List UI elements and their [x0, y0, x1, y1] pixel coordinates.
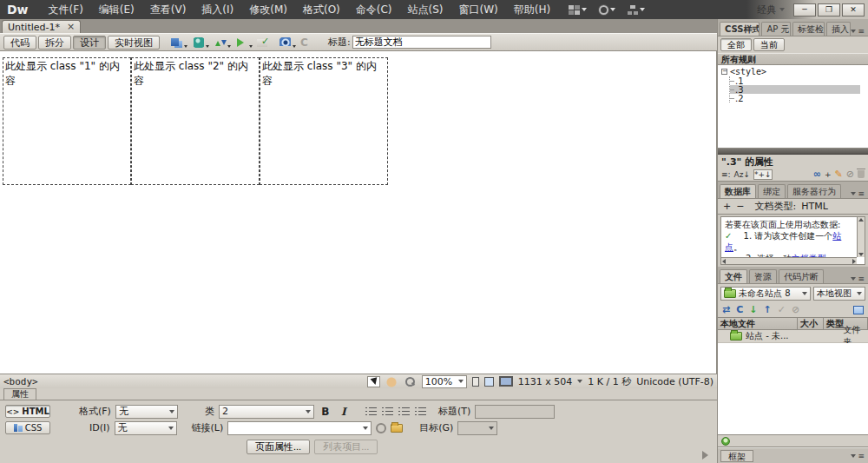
- tab-snippets[interactable]: 代码片断: [779, 269, 824, 283]
- menu-insert[interactable]: 插入(I): [194, 1, 241, 19]
- sort-properties-icon[interactable]: Az↓: [734, 170, 750, 179]
- site-dropdown[interactable]: 未命名站点 8: [720, 287, 811, 301]
- menu-format[interactable]: 格式(O): [295, 1, 348, 19]
- attach-stylesheet-icon[interactable]: ∞: [813, 169, 821, 180]
- show-set-properties-icon[interactable]: *+↓: [753, 169, 773, 180]
- tab-frames[interactable]: 框架: [720, 450, 753, 462]
- tree-collapse-icon[interactable]: −: [721, 69, 727, 75]
- preview-in-browser-icon[interactable]: [192, 36, 206, 49]
- layout-switcher-icon[interactable]: [569, 5, 587, 15]
- show-category-view-icon[interactable]: ≡:: [721, 170, 731, 179]
- tab-bindings[interactable]: 绑定: [758, 184, 786, 198]
- panel-splitter[interactable]: [718, 149, 868, 155]
- code-view-button[interactable]: 代码: [3, 36, 36, 50]
- site-menu-icon[interactable]: [628, 5, 645, 15]
- class-div-1[interactable]: 此处显示 class "1" 的内容: [3, 57, 131, 185]
- tab-assets[interactable]: 资源: [749, 269, 777, 283]
- css-rule-item-selected[interactable]: .3: [730, 85, 860, 94]
- restore-button[interactable]: ❐: [818, 3, 840, 17]
- html-mode-button[interactable]: <> HTML: [5, 405, 50, 418]
- new-css-rule-icon[interactable]: +: [825, 170, 832, 179]
- tab-insert[interactable]: 插入: [826, 22, 852, 36]
- document-tab[interactable]: Untitled-1* ×: [2, 20, 81, 33]
- monitor-icon-medium[interactable]: [484, 377, 494, 387]
- browse-folder-icon[interactable]: [391, 424, 403, 433]
- edit-rule-icon[interactable]: ✎: [835, 169, 843, 180]
- col-local-files[interactable]: 本地文件: [718, 318, 798, 329]
- id-dropdown[interactable]: 无: [115, 421, 177, 435]
- refresh-design-view-icon[interactable]: C: [300, 36, 314, 49]
- menu-file[interactable]: 文件(F): [41, 1, 91, 19]
- vertical-scrollbar[interactable]: [857, 217, 865, 257]
- properties-panel-tab[interactable]: 属性: [3, 388, 36, 400]
- class-dropdown[interactable]: 2: [219, 405, 314, 419]
- zoom-level-dropdown[interactable]: 100%: [422, 375, 467, 388]
- window-size-value[interactable]: 1131 x 504: [518, 376, 573, 387]
- horizontal-scrollbar[interactable]: [721, 257, 857, 264]
- outdent-icon[interactable]: [398, 407, 411, 417]
- file-row-site-root[interactable]: 站点 - 未... 文件夹: [718, 330, 868, 343]
- tab-css-styles[interactable]: CSS样式: [720, 22, 760, 36]
- menu-modify[interactable]: 修改(M): [241, 1, 295, 19]
- menu-help[interactable]: 帮助(H): [506, 1, 558, 19]
- unordered-list-icon[interactable]: [365, 407, 378, 417]
- expand-files-panel-icon[interactable]: [853, 306, 864, 314]
- bold-button[interactable]: B: [319, 406, 332, 418]
- css-mode-button[interactable]: CSS: [5, 421, 50, 434]
- disable-property-icon[interactable]: ⊘: [846, 169, 854, 180]
- property-inspector-expander[interactable]: [702, 451, 713, 460]
- doc-type-value[interactable]: HTML: [801, 201, 828, 212]
- sync-status-icon[interactable]: [721, 437, 730, 446]
- css-current-button[interactable]: 当前: [753, 38, 785, 51]
- menu-edit[interactable]: 编辑(E): [91, 1, 142, 19]
- link-input[interactable]: [227, 421, 372, 435]
- style-tree-node[interactable]: − <style>: [721, 67, 868, 76]
- menu-commands[interactable]: 命令(C): [348, 1, 400, 19]
- files-list-area[interactable]: [718, 343, 868, 435]
- class-div-3[interactable]: 此处显示 class "3" 的内容: [260, 57, 388, 185]
- italic-button[interactable]: I: [337, 406, 351, 418]
- add-icon[interactable]: +: [723, 201, 731, 212]
- tab-tag-inspector[interactable]: 标签检: [792, 22, 825, 36]
- tab-ap-elements[interactable]: AP 元: [761, 22, 791, 36]
- menu-view[interactable]: 查看(V): [142, 1, 194, 19]
- tab-files[interactable]: 文件: [720, 269, 747, 283]
- hand-tool-icon[interactable]: [385, 376, 398, 387]
- col-size[interactable]: 大小: [798, 318, 824, 329]
- put-files-icon[interactable]: ↑: [764, 304, 772, 315]
- page-properties-button[interactable]: 页面属性...: [247, 440, 310, 454]
- panel-menu-icon[interactable]: ≡: [851, 27, 868, 36]
- tag-selector-body[interactable]: <body>: [3, 376, 38, 387]
- point-to-file-icon[interactable]: [376, 423, 386, 433]
- menu-site[interactable]: 站点(S): [400, 1, 451, 19]
- design-canvas[interactable]: 此处显示 class "1" 的内容 此处显示 class "2" 的内容 此处…: [0, 51, 717, 374]
- format-dropdown[interactable]: 无: [115, 405, 178, 419]
- class-div-2[interactable]: 此处显示 class "2" 的内容: [131, 57, 260, 185]
- file-management-icon[interactable]: [170, 36, 184, 49]
- live-view-button[interactable]: 实时视图: [108, 36, 160, 50]
- connect-icon[interactable]: ⇄: [722, 304, 730, 315]
- panel-menu-icon[interactable]: ≡: [851, 274, 868, 283]
- check-in-out-icon[interactable]: [214, 36, 227, 49]
- design-view-button[interactable]: 设计: [73, 36, 106, 50]
- extend-gear-icon[interactable]: [599, 5, 615, 15]
- minimize-button[interactable]: ─: [793, 3, 816, 17]
- workspace-switcher[interactable]: 经典: [757, 3, 793, 17]
- panel-menu-icon[interactable]: ≡: [851, 189, 868, 198]
- validate-markup-icon[interactable]: [257, 36, 271, 49]
- inspect-icon[interactable]: [279, 36, 293, 49]
- live-view-options-icon[interactable]: [235, 36, 249, 49]
- css-rules-tree[interactable]: − <style> .1 .3 .2: [718, 65, 868, 149]
- delete-rule-icon[interactable]: [858, 170, 865, 178]
- tab-close-icon[interactable]: ×: [67, 23, 75, 31]
- refresh-icon[interactable]: C: [736, 304, 743, 315]
- split-view-button[interactable]: 拆分: [38, 36, 71, 50]
- ordered-list-icon[interactable]: [382, 407, 394, 417]
- tab-server-behaviors[interactable]: 服务器行为: [787, 184, 841, 198]
- monitor-icon-small[interactable]: [472, 377, 479, 387]
- view-mode-dropdown[interactable]: 本地视图: [813, 287, 865, 301]
- remove-icon[interactable]: −: [736, 201, 744, 212]
- panel-menu-icon[interactable]: ≡: [851, 452, 868, 460]
- doc-title-input[interactable]: [352, 36, 491, 49]
- select-tool-icon[interactable]: [367, 376, 380, 387]
